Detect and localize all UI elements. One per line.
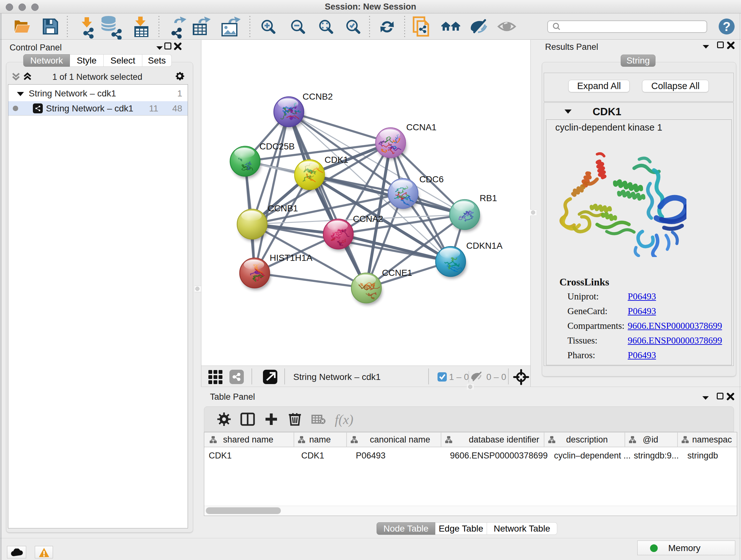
svg-text:shared name: shared name [223, 435, 273, 444]
svg-text:stringdb: stringdb [687, 451, 718, 460]
svg-text:HIST1H1A: HIST1H1A [270, 253, 313, 263]
svg-text:CCNE1: CCNE1 [382, 268, 412, 278]
svg-text:CCNA1: CCNA1 [406, 122, 436, 132]
svg-text:0 – 0: 0 – 0 [486, 372, 506, 382]
svg-text:CCNA2: CCNA2 [353, 214, 383, 224]
svg-text:database identifier: database identifier [469, 435, 539, 444]
svg-text:name: name [309, 435, 331, 444]
svg-text:@id: @id [643, 435, 658, 444]
svg-text:1 – 0: 1 – 0 [449, 372, 469, 382]
svg-text:CDC25B: CDC25B [259, 141, 294, 151]
svg-text:P06493: P06493 [356, 451, 386, 460]
svg-text:CDK1: CDK1 [209, 451, 232, 460]
svg-text:canonical name: canonical name [370, 435, 430, 444]
svg-text:CDK1: CDK1 [325, 155, 348, 165]
svg-text:namespac: namespac [692, 435, 732, 444]
svg-text:CDK1: CDK1 [301, 451, 324, 460]
svg-text:9606.ENSP00000378699: 9606.ENSP00000378699 [450, 451, 548, 460]
svg-text:CCNB1: CCNB1 [268, 203, 298, 213]
svg-text:f(x): f(x) [335, 412, 353, 427]
svg-text:CDKN1A: CDKN1A [466, 241, 502, 251]
svg-text:CDC6: CDC6 [419, 174, 444, 184]
svg-text:stringdb:9...: stringdb:9... [634, 451, 679, 460]
svg-text:description: description [566, 435, 608, 444]
svg-text:?: ? [723, 19, 731, 34]
svg-text:String Network – cdk1: String Network – cdk1 [293, 372, 381, 382]
svg-text:cyclin–dependent ...: cyclin–dependent ... [554, 451, 630, 460]
svg-text:RB1: RB1 [480, 193, 497, 203]
svg-text:CCNB2: CCNB2 [302, 91, 333, 102]
